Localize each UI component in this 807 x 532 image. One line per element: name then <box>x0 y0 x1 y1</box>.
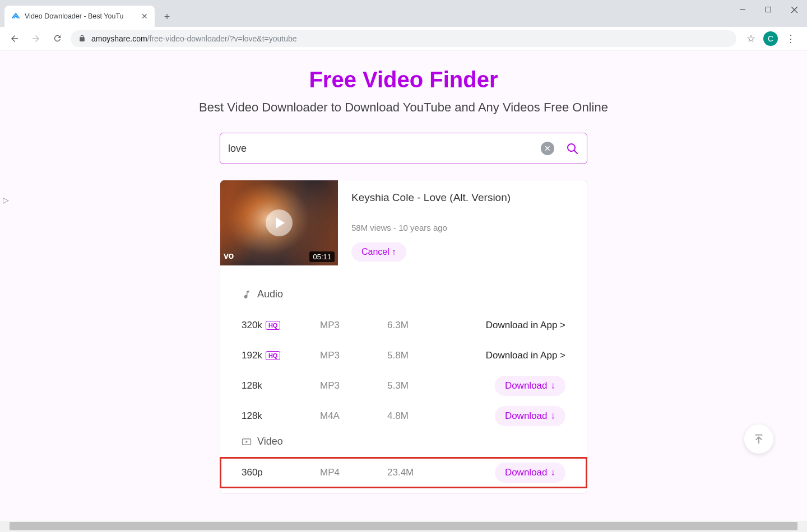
format-cell: MP3 <box>320 350 387 361</box>
network-badge: vo <box>220 251 234 261</box>
format-row: 320kHQMP36.3MDownload in App > <box>242 310 565 340</box>
format-row: 128kM4A4.8MDownload↓ <box>242 401 565 431</box>
page-subtitle: Best Video Downloader to Download YouTub… <box>0 100 807 115</box>
size-cell: 5.8M <box>387 350 477 361</box>
result-header: vo 05:11 Keyshia Cole - Love (Alt. Versi… <box>220 180 587 273</box>
svg-line-5 <box>574 151 578 154</box>
clear-search-button[interactable]: ✕ <box>541 142 554 155</box>
format-row: 192kHQMP35.8MDownload in App > <box>242 340 565 371</box>
page-body: ▷ Free Video Finder Best Video Downloade… <box>0 50 807 521</box>
size-cell: 4.8M <box>387 410 477 422</box>
back-button[interactable] <box>7 31 22 46</box>
quality-cell: 360p <box>242 467 320 478</box>
music-note-icon <box>242 290 252 300</box>
viewport: ▷ Free Video Finder Best Video Downloade… <box>0 50 807 521</box>
format-row: 360pMP423.4MDownload↓ <box>220 458 587 488</box>
audio-label: Audio <box>257 288 283 300</box>
tab-title: Video Downloader - Best YouTu <box>25 12 137 20</box>
lock-icon <box>78 35 86 42</box>
forward-button[interactable] <box>28 31 44 46</box>
browser-menu-button[interactable]: ⋮ <box>786 32 796 45</box>
format-cell: MP3 <box>320 320 387 331</box>
arrow-up-icon: ↑ <box>392 247 396 257</box>
quality-cell: 128k <box>242 380 320 391</box>
horizontal-scrollbar[interactable] <box>0 521 807 532</box>
download-button[interactable]: Download↓ <box>495 406 565 426</box>
new-tab-button[interactable]: + <box>159 9 175 25</box>
play-icon <box>266 209 293 236</box>
download-button[interactable]: Download↓ <box>495 376 565 396</box>
tab-close-button[interactable]: ✕ <box>141 12 148 21</box>
quality-cell: 320kHQ <box>242 320 320 331</box>
download-button[interactable]: Download↓ <box>495 463 565 483</box>
svg-rect-1 <box>766 7 771 12</box>
audio-section-header: Audio <box>242 288 565 300</box>
omnibox[interactable]: amoyshare.com/free-video-downloader/?v=l… <box>71 30 736 47</box>
download-label: Download <box>505 410 548 422</box>
video-thumbnail[interactable]: vo 05:11 <box>220 180 338 265</box>
download-label: Download <box>505 467 548 478</box>
address-bar: amoyshare.com/free-video-downloader/?v=l… <box>0 27 807 50</box>
format-row: 128kMP35.3MDownload↓ <box>242 371 565 401</box>
size-cell: 5.3M <box>387 380 477 391</box>
url-text: amoyshare.com/free-video-downloader/?v=l… <box>91 34 297 43</box>
hq-badge: HQ <box>266 351 281 360</box>
close-window-button[interactable] <box>781 0 807 19</box>
download-in-app-link[interactable]: Download in App > <box>486 350 565 361</box>
search-button[interactable] <box>565 142 579 155</box>
hq-badge: HQ <box>266 321 281 330</box>
video-play-icon <box>242 437 252 447</box>
quality-cell: 128k <box>242 410 320 422</box>
format-cell: MP3 <box>320 380 387 391</box>
format-cell: M4A <box>320 410 387 422</box>
download-in-app-link[interactable]: Download in App > <box>486 320 565 330</box>
size-cell: 6.3M <box>387 320 477 331</box>
minimize-button[interactable] <box>730 0 755 19</box>
site-favicon <box>11 12 20 21</box>
video-title: Keyshia Cole - Love (Alt. Version) <box>351 192 573 204</box>
cancel-label: Cancel <box>361 247 389 257</box>
quality-cell: 192kHQ <box>242 350 320 361</box>
window-controls <box>730 0 807 19</box>
bookmark-star-icon[interactable]: ☆ <box>746 32 755 45</box>
download-options: Audio 320kHQMP36.3MDownload in App >192k… <box>220 273 587 493</box>
size-cell: 23.4M <box>387 467 477 478</box>
format-cell: MP4 <box>320 467 387 478</box>
result-card: vo 05:11 Keyshia Cole - Love (Alt. Versi… <box>220 180 587 494</box>
scroll-to-top-button[interactable] <box>744 424 773 454</box>
cancel-button[interactable]: Cancel ↑ <box>351 242 406 262</box>
video-section-header: Video <box>242 436 565 447</box>
profile-avatar[interactable]: C <box>763 31 778 46</box>
search-input[interactable] <box>228 143 541 155</box>
arrow-down-icon: ↓ <box>551 380 556 391</box>
arrow-down-icon: ↓ <box>551 410 556 422</box>
video-label: Video <box>257 436 283 447</box>
duration-badge: 05:11 <box>309 251 335 262</box>
search-bar: ✕ <box>220 133 587 164</box>
side-panel-handle[interactable]: ▷ <box>0 193 11 207</box>
browser-titlebar: Video Downloader - Best YouTu ✕ + <box>0 0 807 27</box>
arrow-down-icon: ↓ <box>551 467 556 478</box>
maximize-button[interactable] <box>755 0 781 19</box>
browser-tab[interactable]: Video Downloader - Best YouTu ✕ <box>4 6 155 27</box>
page-title: Free Video Finder <box>0 67 807 92</box>
video-stats: 58M views - 10 years ago <box>351 223 573 232</box>
reload-button[interactable] <box>49 31 65 46</box>
download-label: Download <box>505 380 548 391</box>
